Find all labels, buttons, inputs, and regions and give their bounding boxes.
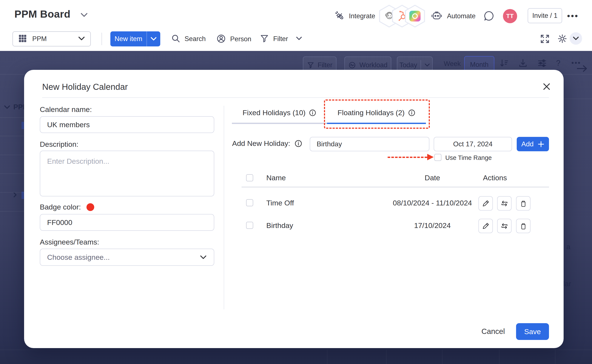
info-icon (309, 109, 316, 117)
filter-label: Filter (273, 35, 288, 43)
row-name: Time Off (266, 199, 294, 207)
tab-underline-inactive (232, 123, 327, 124)
automate-label: Automate (447, 12, 476, 20)
user-avatar[interactable]: TT (503, 9, 517, 23)
bg-text-fragment-a: a (566, 243, 570, 251)
integrate-plug-icon (335, 11, 345, 21)
use-time-range-checkbox[interactable] (434, 154, 441, 161)
use-time-range-label: Use Time Range (445, 154, 492, 161)
calendar-name-label: Calendar name: (40, 105, 92, 114)
bg-sort-icon (499, 58, 509, 69)
row-date: 08/10/2024 - 11/10/2024 (379, 199, 486, 207)
assignee-dropdown[interactable]: Choose assignee... (40, 249, 214, 266)
assignees-label: Assignees/Teams: (40, 238, 99, 246)
board-title[interactable]: PPM Board (14, 8, 71, 20)
bg-text-fragment-lar: lar (563, 280, 571, 288)
annotation-dashed-box (324, 99, 430, 129)
invite-button[interactable]: Invite / 1 (528, 8, 562, 23)
edit-button[interactable] (479, 219, 493, 233)
badge-color-label: Badge color: (40, 203, 81, 211)
new-item-dropdown[interactable] (146, 31, 160, 46)
filter-button[interactable]: Filter (260, 34, 302, 44)
dialog-title: New Holiday Calendar (42, 82, 128, 92)
column-header-name: Name (266, 174, 286, 182)
row-name: Birthday (266, 221, 293, 230)
plus-icon (538, 141, 544, 147)
new-item-label: New item (110, 35, 146, 43)
row-checkbox[interactable] (246, 222, 253, 229)
search-icon (171, 34, 180, 44)
pencil-icon (482, 222, 489, 230)
annotation-arrow-head (427, 154, 434, 160)
trash-icon (520, 200, 527, 207)
bg-cell-sliver (21, 122, 24, 129)
convert-button[interactable] (497, 196, 512, 211)
integrate-button[interactable]: Integrate (335, 11, 375, 21)
app-window: PPM Board Integrate (0, 0, 592, 364)
table-view-icon (18, 34, 27, 44)
bg-settings-sliders-icon (537, 58, 547, 69)
convert-button[interactable] (497, 219, 512, 233)
edit-button[interactable] (479, 196, 493, 211)
adobe-cc-icon (409, 11, 420, 21)
cancel-button[interactable]: Cancel (481, 327, 505, 336)
form-divider (224, 106, 224, 309)
settings-gear-icon[interactable] (557, 33, 567, 45)
automate-button[interactable]: Automate (431, 11, 476, 21)
person-label: Person (230, 35, 251, 43)
board-title-chevron-icon[interactable] (80, 12, 88, 19)
bg-cell-sliver-2 (21, 192, 24, 199)
search-button[interactable]: Search (171, 34, 206, 44)
search-label: Search (185, 35, 206, 43)
chat-icon[interactable] (483, 10, 494, 22)
view-selector-label: PPM (32, 35, 73, 43)
select-all-checkbox[interactable] (246, 174, 253, 181)
description-label: Description: (40, 140, 79, 149)
bg-help-icon: ? (556, 59, 560, 68)
view-selector[interactable]: PPM (13, 31, 91, 46)
close-icon[interactable] (542, 82, 551, 92)
tab-fixed-holidays[interactable]: Fixed Holidays (10) (232, 109, 327, 117)
collapse-header-button[interactable] (570, 32, 582, 45)
view-selector-chevron-icon (78, 36, 85, 42)
table-header-divider (242, 187, 549, 187)
toolbar-divider (101, 33, 102, 45)
bg-arrow-right-icon (576, 64, 588, 74)
transfer-arrows-icon (501, 222, 508, 230)
delete-button[interactable] (516, 219, 531, 233)
transfer-arrows-icon (501, 200, 508, 207)
add-holiday-button[interactable]: Add (517, 137, 549, 151)
assignee-placeholder: Choose assignee... (47, 253, 110, 261)
badge-color-input[interactable] (40, 214, 214, 231)
add-new-holiday-label: Add New Holiday: (232, 139, 290, 148)
person-icon (216, 34, 226, 44)
trash-icon (520, 222, 527, 230)
robot-icon (431, 11, 442, 21)
more-options-button[interactable]: ••• (567, 11, 579, 21)
bg-export-icon (518, 58, 528, 69)
pencil-icon (482, 200, 489, 207)
calendar-name-input[interactable] (40, 116, 214, 133)
row-date: 17/10/2024 (379, 221, 486, 230)
bg-group-collapse-icon (4, 105, 10, 110)
new-item-button[interactable]: New item (110, 31, 160, 46)
badge-color-swatch[interactable] (86, 203, 94, 211)
row-checkbox[interactable] (246, 199, 253, 206)
filter-chevron-icon (296, 36, 302, 41)
description-input[interactable] (40, 151, 214, 196)
holiday-name-input[interactable] (310, 137, 429, 151)
integrate-label: Integrate (349, 12, 375, 20)
filter-funnel-icon (260, 34, 269, 44)
fullscreen-icon[interactable] (540, 34, 550, 45)
bg-week-toggle: Week (444, 60, 461, 68)
save-button[interactable]: Save (516, 323, 549, 340)
dialog-header-divider (42, 97, 549, 98)
bg-expand-chevron-icon (13, 192, 18, 199)
annotation-dashed-arrow (388, 157, 427, 158)
column-header-date: Date (406, 174, 458, 182)
holiday-date-input[interactable] (434, 137, 512, 151)
person-button[interactable]: Person (216, 34, 251, 44)
column-header-actions: Actions (483, 174, 507, 182)
info-icon (294, 140, 302, 147)
delete-button[interactable] (516, 196, 531, 211)
